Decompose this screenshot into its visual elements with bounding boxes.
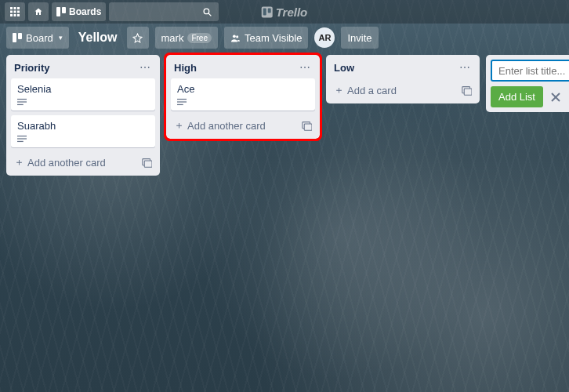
list-menu-high[interactable]: ⋯ (298, 61, 312, 74)
plus-icon: ＋ (174, 118, 184, 132)
add-another-card-high[interactable]: ＋ Add another card (174, 118, 266, 132)
description-icon (17, 98, 149, 106)
add-list-button[interactable]: Add List (491, 86, 543, 107)
list-composer: Add List (486, 55, 569, 112)
svg-rect-31 (464, 89, 472, 95)
invite-label: Invite (347, 32, 371, 44)
svg-rect-6 (10, 14, 13, 16)
chevron-down-icon: ▾ (59, 34, 63, 42)
list-menu-low[interactable]: ⋯ (458, 61, 472, 74)
card[interactable]: Selenia (11, 78, 155, 111)
card-template-icon[interactable] (462, 85, 472, 96)
list-priority: Priority ⋯ Selenia Suarabh ＋ Add another… (6, 55, 160, 176)
invite-button[interactable]: Invite (341, 27, 378, 49)
list-title-high[interactable]: High (174, 62, 197, 74)
visibility-label: Team Visible (245, 32, 302, 44)
avatar[interactable]: AR (314, 27, 335, 48)
list-menu-priority[interactable]: ⋯ (138, 61, 152, 74)
star-board-button[interactable] (127, 27, 149, 49)
list-low: Low ⋯ ＋ Add a card (326, 55, 480, 103)
svg-point-11 (205, 9, 210, 14)
card-title: Ace (177, 83, 194, 95)
board-switcher[interactable]: Board ▾ (6, 27, 69, 49)
trello-logo[interactable]: Trello (262, 5, 308, 19)
close-icon (549, 91, 562, 103)
card[interactable]: Ace (171, 78, 315, 111)
search-box[interactable] (109, 2, 219, 21)
team-owner: mark (161, 32, 184, 44)
card-title: Selenia (17, 83, 51, 95)
board-name[interactable]: Yellow (75, 31, 121, 45)
plus-icon: ＋ (334, 83, 344, 97)
svg-point-15 (233, 34, 236, 38)
add-card-low[interactable]: ＋ Add a card (334, 83, 397, 97)
svg-rect-5 (17, 11, 20, 13)
new-list-title-input[interactable] (491, 60, 569, 82)
svg-rect-29 (304, 124, 312, 130)
add-another-card-priority[interactable]: ＋ Add another card (14, 155, 106, 169)
apps-menu[interactable] (5, 2, 25, 21)
card-template-icon[interactable] (302, 121, 312, 131)
board-switcher-label: Board (26, 32, 53, 44)
svg-rect-2 (17, 7, 20, 9)
team-name-button[interactable]: mark Free (155, 27, 218, 49)
home-button[interactable] (28, 2, 49, 21)
trello-logo-icon (262, 6, 273, 17)
plus-icon: ＋ (14, 155, 24, 169)
close-composer-button[interactable] (549, 91, 562, 103)
svg-rect-8 (17, 14, 20, 16)
add-card-label: Add a card (347, 85, 397, 96)
svg-rect-1 (14, 7, 16, 9)
people-icon (230, 33, 241, 43)
boards-button[interactable]: Boards (52, 2, 106, 21)
svg-rect-14 (18, 33, 22, 39)
svg-rect-13 (13, 33, 16, 42)
svg-rect-0 (10, 7, 13, 9)
visibility-button[interactable]: Team Visible (224, 27, 308, 49)
list-title-priority[interactable]: Priority (14, 62, 50, 74)
svg-rect-24 (144, 161, 152, 167)
list-title-low[interactable]: Low (334, 62, 354, 74)
svg-rect-10 (62, 7, 66, 13)
trello-logo-text: Trello (276, 5, 308, 19)
add-card-label: Add another card (27, 157, 106, 169)
svg-point-16 (236, 35, 238, 38)
boards-label: Boards (69, 6, 101, 17)
svg-rect-3 (10, 11, 13, 13)
add-card-label: Add another card (187, 120, 266, 132)
svg-rect-4 (14, 11, 16, 13)
card[interactable]: Suarabh (11, 115, 155, 147)
svg-rect-9 (56, 7, 60, 16)
description-icon (17, 135, 149, 143)
svg-rect-7 (14, 14, 16, 16)
description-icon (177, 98, 309, 106)
card-title: Suarabh (17, 120, 56, 132)
card-template-icon[interactable] (142, 158, 152, 168)
free-badge: Free (187, 33, 212, 43)
search-icon (202, 7, 212, 17)
svg-line-12 (208, 13, 211, 16)
list-high: High ⋯ Ace ＋ Add another card (166, 55, 320, 139)
